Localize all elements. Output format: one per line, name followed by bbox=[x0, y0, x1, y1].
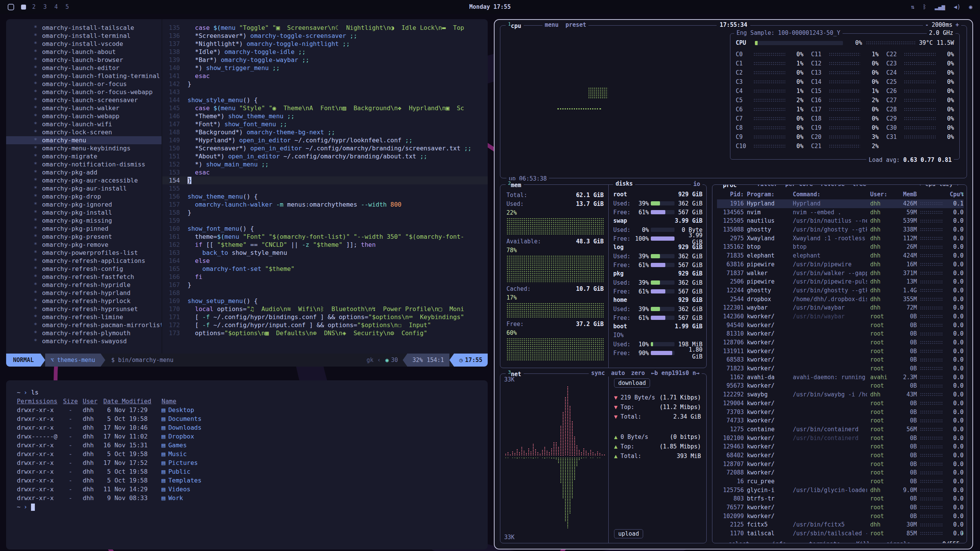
process-row[interactable]: 2544dropbox/home/dhh/.dropbox-distdhh355… bbox=[717, 295, 964, 304]
file-item[interactable]: *omarchy-powerprofiles-list bbox=[6, 249, 162, 257]
scroll-down-icon[interactable]: ↓ bbox=[961, 529, 964, 536]
reverse-button[interactable]: reverse bbox=[820, 184, 844, 187]
dir-name[interactable]: ▤Templates bbox=[162, 476, 201, 485]
dir-name[interactable]: ▤Music bbox=[162, 450, 187, 458]
process-row[interactable]: 102100kworker//usr/bin/containerdroot0B0… bbox=[717, 434, 964, 443]
file-item[interactable]: *omarchy-pkg-present bbox=[6, 233, 162, 241]
btop-window[interactable]: 1cpu menupreset 17:55:34 - 2000ms + Eng … bbox=[494, 19, 973, 549]
process-row[interactable]: 135088ghostty/usr/bin/ghostty --gtk-dhh3… bbox=[717, 225, 964, 234]
proc-action-kill[interactable]: Kill bbox=[852, 541, 875, 543]
process-row[interactable]: 1275containe/usr/bin/containerdroot56M0.… bbox=[717, 425, 964, 434]
menu-button[interactable]: menu bbox=[545, 21, 559, 28]
dir-name[interactable]: ▤Dropbox bbox=[162, 432, 194, 441]
file-item[interactable]: *omarchy-refresh-config bbox=[6, 265, 162, 273]
file-item[interactable]: *omarchy-refresh-limine bbox=[6, 313, 162, 321]
process-row[interactable]: 128707kworker/root0B0.0 bbox=[717, 460, 964, 469]
process-row[interactable]: 71837walker/usr/bin/walker --gappldhh371… bbox=[717, 269, 964, 278]
file-item[interactable]: *omarchy-pkg-drop bbox=[6, 192, 162, 201]
command-line[interactable]: ~› bbox=[17, 502, 477, 511]
process-row[interactable]: 63816pipewire/usr/bin/pipewiredhh16M0.0 bbox=[717, 260, 964, 269]
file-item[interactable]: *omarchy-refresh-plymouth bbox=[6, 329, 162, 337]
dir-name[interactable]: ▤Games bbox=[162, 441, 187, 450]
process-row[interactable]: 1162avahi-daavahi-daemon: running [avahi… bbox=[717, 373, 964, 382]
dir-name[interactable]: ▤Videos bbox=[162, 485, 190, 494]
file-item[interactable]: *omarchy-menu-keybindings bbox=[6, 144, 162, 152]
process-row[interactable]: 2506pipewire/usr/bin/pipewire-pulsedhh13… bbox=[717, 277, 964, 286]
workspace-5[interactable]: 5 bbox=[65, 3, 69, 10]
file-item[interactable]: *omarchy-launch-browser bbox=[6, 56, 162, 64]
file-item[interactable]: *omarchy-refresh-applications bbox=[6, 257, 162, 265]
process-row[interactable]: 81310kworker/root0B0.0 bbox=[717, 329, 964, 338]
process-row[interactable]: 72088kworker/root0B0.0 bbox=[717, 468, 964, 477]
tree-button[interactable]: tree bbox=[853, 184, 866, 187]
file-item[interactable]: *omarchy-migrate bbox=[6, 152, 162, 160]
file-item[interactable]: *omarchy-launch-screensaver bbox=[6, 96, 162, 104]
process-row[interactable]: 129004kworker/root0B0.0 bbox=[717, 399, 964, 408]
file-item[interactable]: *omarchy-launch-walker bbox=[6, 104, 162, 112]
process-row[interactable]: 122301waybar/usr/bin/waybardhh72M0.0 bbox=[717, 303, 964, 312]
file-item[interactable]: *omarchy-refresh-hyprland bbox=[6, 289, 162, 297]
workspace-4[interactable]: 4 bbox=[54, 3, 58, 10]
workspace-2[interactable]: 2 bbox=[32, 3, 36, 10]
filter-button[interactable]: filter bbox=[757, 184, 777, 187]
process-row[interactable]: 129463kworker/root0B0.0 bbox=[717, 442, 964, 451]
proc-action-signals[interactable]: signals bbox=[882, 541, 915, 543]
launcher-icon[interactable] bbox=[8, 4, 14, 10]
workspace-active-indicator[interactable] bbox=[21, 5, 26, 10]
bluetooth-icon[interactable]: ᛒ bbox=[923, 3, 926, 10]
editor-window[interactable]: *omarchy-install-tailscale*omarchy-insta… bbox=[6, 19, 488, 367]
file-item[interactable]: *omarchy-install-vscode bbox=[6, 40, 162, 48]
interface-selector[interactable]: ←b enp191s0 n→ bbox=[651, 370, 699, 377]
file-item[interactable]: *omarchy-refresh-pacman-mirrorlist bbox=[6, 321, 162, 329]
file-item[interactable]: *omarchy-pkg-aur-install bbox=[6, 184, 162, 192]
process-row[interactable]: 73703kworker/root0B0.0 bbox=[717, 408, 964, 417]
process-row[interactable]: 125505nautilus/usr/bin/nautilus --newdhh… bbox=[717, 217, 964, 225]
file-item[interactable]: *omarchy-refresh-hyprsunset bbox=[6, 305, 162, 313]
proc-action-terminate[interactable]: ↵ terminate bbox=[797, 541, 844, 543]
file-item[interactable]: *omarchy-launch-editor bbox=[6, 64, 162, 72]
process-row[interactable]: 2975XwaylandXwayland :1 -rootless -dhh11… bbox=[717, 234, 964, 243]
file-item[interactable]: *omarchy-install-terminal bbox=[6, 32, 162, 40]
per-core-button[interactable]: per-core bbox=[785, 184, 813, 187]
process-row[interactable]: 131911kworker/root0B0.0 bbox=[717, 347, 964, 356]
process-row[interactable]: 803btrfs-trroot0B0.0 bbox=[717, 494, 964, 503]
proc-action-info[interactable]: ↓ info bbox=[761, 541, 791, 543]
file-item[interactable]: *omarchy-install-tailscale bbox=[6, 24, 162, 32]
process-row[interactable]: 71823kworker/root0B0.0 bbox=[717, 364, 964, 373]
dir-name[interactable]: ▤Documents bbox=[162, 414, 201, 423]
file-item[interactable]: *omarchy-refresh-hyprlock bbox=[6, 297, 162, 305]
file-item[interactable]: *omarchy-launch-or-focus-webapp bbox=[6, 88, 162, 96]
dir-name[interactable]: ▤Work bbox=[162, 494, 183, 502]
workspace-3[interactable]: 3 bbox=[43, 3, 47, 10]
process-row[interactable]: 1916HyprlandHyprlanddhh426M0.1 bbox=[717, 199, 964, 208]
process-row[interactable]: 95673kworker/root0B0.0 bbox=[717, 381, 964, 390]
process-row[interactable]: 71835elephantelephantdhh424M0.0 bbox=[717, 251, 964, 260]
process-row[interactable]: 135162btopbtopdhh26M0.0 bbox=[717, 243, 964, 251]
process-row[interactable]: 68402kworker/root0B0.0 bbox=[717, 451, 964, 460]
process-row[interactable]: 102099kworker/root0B0.0 bbox=[717, 512, 964, 521]
auto-button[interactable]: auto bbox=[611, 370, 625, 377]
file-item[interactable]: *omarchy-refresh-fastfetch bbox=[6, 273, 162, 281]
dir-name[interactable]: ▤Desktop bbox=[162, 406, 194, 414]
file-item[interactable]: *omarchy-menu bbox=[6, 136, 162, 144]
interval-increase-button[interactable]: + bbox=[956, 21, 959, 28]
process-row[interactable]: 16rcu_preeroot0B0.0 bbox=[717, 477, 964, 486]
process-row[interactable]: 128706kworker/root0B0.0 bbox=[717, 338, 964, 347]
preset-button[interactable]: preset bbox=[565, 21, 586, 28]
file-item[interactable]: *omarchy-launch-about bbox=[6, 48, 162, 56]
scroll-up-icon[interactable]: ↑ bbox=[961, 190, 964, 197]
file-item[interactable]: *omarchy-launch-or-focus bbox=[6, 80, 162, 88]
process-row[interactable]: 74733kworker/root0B0.0 bbox=[717, 416, 964, 425]
code-editor-pane[interactable]: 135 case $(menu "Toggle" "▣ Screensaver\… bbox=[162, 19, 488, 354]
file-item[interactable]: *omarchy-pkg-add bbox=[6, 168, 162, 176]
process-row[interactable]: 142360kworker//usr/bin/waybarroot0B0.0 bbox=[717, 312, 964, 321]
dir-name[interactable]: ▤Downloads bbox=[162, 423, 201, 432]
file-explorer-pane[interactable]: *omarchy-install-tailscale*omarchy-insta… bbox=[6, 19, 162, 354]
swap-io-icon[interactable]: ⇅ bbox=[911, 3, 915, 10]
power-icon[interactable]: ◉ bbox=[969, 3, 972, 10]
file-item[interactable]: *omarchy-pkg-missing bbox=[6, 217, 162, 225]
process-row[interactable]: 94540kworker/root0B0.0 bbox=[717, 321, 964, 330]
terminal-window[interactable]: ~›ls PermissionsSizeUserDate ModifiedNam… bbox=[6, 380, 488, 549]
file-item[interactable]: *omarchy-launch-floating-terminal bbox=[6, 72, 162, 80]
process-row[interactable]: 1170tailscal/usr/sbin/tailscaled --root8… bbox=[717, 529, 964, 538]
